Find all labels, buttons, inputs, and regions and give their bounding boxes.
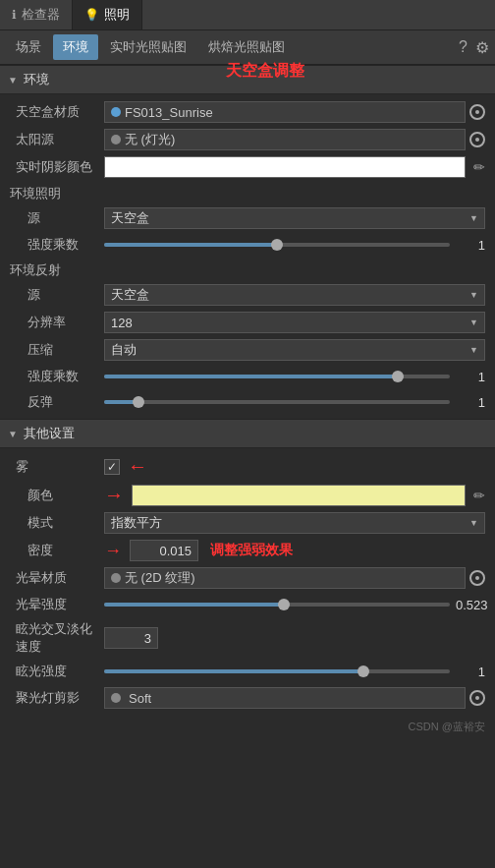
fog-color-value-container: → ✏ [104, 484, 485, 506]
reflection-intensity-track[interactable] [104, 375, 450, 378]
lens-flare-speed-value-container [104, 627, 485, 649]
resolution-arrow: ▼ [469, 318, 478, 327]
realtime-shadow-label: 实时阴影颜色 [16, 158, 104, 176]
sun-source-label: 太阳源 [16, 131, 104, 148]
bounce-thumb[interactable] [133, 396, 144, 408]
ambient-intensity-value: 1 [456, 238, 485, 253]
compression-dropdown[interactable]: 自动 ▼ [104, 339, 485, 361]
fog-color-pen-icon[interactable]: ✏ [473, 488, 485, 503]
lens-flare-speed-field[interactable] [104, 627, 158, 649]
fog-color-label: 颜色 [16, 487, 104, 504]
flare-intensity-thumb[interactable] [278, 599, 290, 610]
reflection-intensity-label: 强度乘数 [16, 368, 104, 385]
ambient-reflection-label: 环境反射 [0, 258, 495, 281]
fog-checkbox[interactable] [104, 459, 120, 475]
fog-label: 雾 [16, 458, 104, 476]
fog-mode-label: 模式 [16, 514, 104, 532]
skybox-material-dot [111, 107, 121, 117]
tab-environment[interactable]: 环境 [53, 34, 98, 60]
ambient-source-value-container: 天空盒 ▼ [104, 207, 485, 229]
flare-intensity-value-container: 0.523 [104, 598, 485, 612]
bounce-slider[interactable]: 1 [104, 395, 485, 410]
spotlight-shadow-label: 聚光灯剪影 [16, 689, 104, 707]
resolution-dropdown[interactable]: 128 ▼ [104, 312, 485, 333]
realtime-shadow-color-field[interactable] [104, 156, 466, 178]
reflection-source-arrow: ▼ [469, 290, 478, 300]
spotlight-shadow-dot [111, 693, 121, 703]
section-environment[interactable]: ▼ 环境 [0, 65, 495, 94]
flare-intensity-value: 0.523 [456, 598, 485, 612]
fog-mode-dropdown[interactable]: 指数平方 ▼ [104, 512, 485, 534]
lens-flare-speed-row: 眩光交叉淡化速度 [0, 617, 495, 659]
fog-color-annotation-arrow: → [104, 484, 124, 506]
fog-mode-value-container: 指数平方 ▼ [104, 512, 485, 534]
fog-density-row: 密度 → 调整强弱效果 [0, 537, 495, 564]
fog-mode-arrow: ▼ [469, 518, 478, 528]
ambient-intensity-value-container: 1 [104, 238, 485, 253]
reflection-intensity-thumb[interactable] [392, 371, 404, 382]
sun-source-field[interactable]: 无 (灯光) [104, 129, 466, 150]
compression-row: 压缩 自动 ▼ [0, 336, 495, 364]
ambient-intensity-thumb[interactable] [271, 239, 283, 251]
lens-flare-intensity-track[interactable] [104, 669, 450, 673]
reflection-source-dropdown[interactable]: 天空盒 ▼ [104, 284, 485, 306]
bounce-track[interactable] [104, 400, 450, 404]
sun-source-value-container: 无 (灯光) [104, 129, 485, 150]
skybox-material-row: 天空盒材质 FS013_Sunrise [0, 98, 495, 126]
bounce-value: 1 [456, 395, 485, 410]
ambient-source-text: 天空盒 [111, 209, 149, 227]
help-icon[interactable]: ? [459, 38, 468, 56]
fog-color-field[interactable] [132, 485, 466, 506]
reflection-intensity-slider[interactable]: 1 [104, 370, 485, 384]
sun-source-target-icon[interactable] [469, 132, 485, 147]
fog-value-container: ← [104, 455, 485, 478]
tab-inspector[interactable]: ℹ 检查器 [0, 0, 73, 29]
spotlight-shadow-value-container: Soft [104, 687, 485, 709]
flare-intensity-track[interactable] [104, 603, 450, 607]
flare-material-target-icon[interactable] [469, 570, 485, 586]
skybox-material-field[interactable]: FS013_Sunrise [104, 101, 466, 123]
resolution-label: 分辨率 [16, 314, 104, 331]
flare-material-field[interactable]: 无 (2D 纹理) [104, 567, 466, 589]
ambient-intensity-track[interactable] [104, 243, 450, 247]
ambient-source-label: 源 [16, 209, 104, 227]
flare-intensity-row: 光晕强度 0.523 [0, 592, 495, 617]
tab-bake[interactable]: 烘焙光照贴图 [198, 34, 295, 60]
reflection-intensity-value-container: 1 [104, 370, 485, 384]
fog-row: 雾 ← [0, 452, 495, 481]
tab-scene[interactable]: 场景 [6, 34, 51, 60]
flare-material-label: 光晕材质 [16, 569, 104, 587]
secondary-tab-bar: 场景 环境 实时光照贴图 烘焙光照贴图 ? ⚙ [0, 30, 495, 65]
spotlight-shadow-field[interactable]: Soft [104, 687, 466, 709]
skybox-material-target-icon[interactable] [469, 104, 485, 120]
tab-lighting[interactable]: 💡 照明 [73, 0, 142, 29]
realtime-shadow-pen-icon[interactable]: ✏ [473, 159, 485, 175]
lens-flare-intensity-value: 1 [456, 665, 485, 679]
reflection-intensity-fill [104, 375, 398, 378]
settings-icon[interactable]: ⚙ [475, 38, 489, 57]
fog-density-field[interactable] [130, 540, 198, 561]
lens-flare-intensity-slider[interactable]: 1 [104, 665, 485, 679]
bottom-credit: CSDN @蓝裕安 [0, 716, 495, 738]
reflection-source-text: 天空盒 [111, 286, 149, 304]
flare-intensity-slider[interactable]: 0.523 [104, 598, 485, 612]
tab-realtime[interactable]: 实时光照贴图 [100, 34, 196, 60]
section-other-settings[interactable]: ▼ 其他设置 [0, 419, 495, 448]
fog-annotation-arrow: ← [128, 455, 147, 478]
compression-label: 压缩 [16, 341, 104, 359]
ambient-source-arrow: ▼ [469, 213, 478, 223]
skybox-material-text: FS013_Sunrise [125, 105, 213, 120]
sun-source-text: 无 (灯光) [125, 131, 175, 148]
spotlight-shadow-target-icon[interactable] [469, 690, 485, 706]
realtime-shadow-row: 实时阴影颜色 ✏ [0, 153, 495, 181]
resolution-text: 128 [111, 316, 133, 330]
environment-props: 天空盒材质 FS013_Sunrise 太阳源 无 (灯光) 实 [0, 94, 495, 419]
ambient-source-dropdown[interactable]: 天空盒 ▼ [104, 207, 485, 229]
lens-flare-intensity-value-container: 1 [104, 665, 485, 679]
lens-flare-intensity-thumb[interactable] [358, 665, 369, 677]
skybox-material-value-container: FS013_Sunrise [104, 101, 485, 123]
ambient-intensity-slider[interactable]: 1 [104, 238, 485, 253]
resolution-value-container: 128 ▼ [104, 312, 485, 333]
reflection-source-value-container: 天空盒 ▼ [104, 284, 485, 306]
compression-text: 自动 [111, 341, 137, 359]
